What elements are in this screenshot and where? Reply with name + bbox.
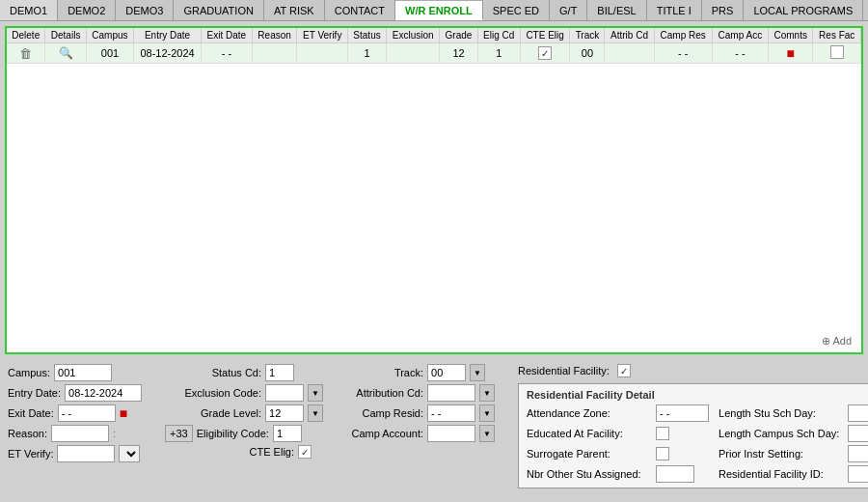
nav-tab-spec-ed[interactable]: SPEC ED: [483, 0, 550, 20]
reason-icon: :: [113, 429, 116, 439]
details-icon[interactable]: 🔍: [59, 46, 73, 60]
camp-resid-label: Camp Resid:: [346, 407, 423, 419]
nav-tab-prs[interactable]: PRS: [702, 0, 745, 20]
camp-resid-input[interactable]: [427, 404, 475, 422]
status-cd-input[interactable]: [265, 364, 294, 381]
track-label: Track:: [346, 367, 423, 378]
table-area: DeleteDetailsCampusEntry DateExit DateRe…: [5, 26, 863, 354]
res-facility-box: Residential Facility Detail Attendance Z…: [518, 383, 868, 488]
surrogate-parent-row: Surrogate Parent:: [527, 445, 709, 462]
res-facility-id-row: Residential Facility ID: ▼: [719, 465, 868, 483]
col-header-3: Entry Date: [134, 28, 202, 43]
comments-icon[interactable]: ■: [786, 45, 794, 61]
camp-account-input[interactable]: [427, 425, 475, 442]
cte-elig-checkbox[interactable]: [298, 445, 312, 459]
nav-tab-w-r-enroll[interactable]: W/R ENROLL: [395, 0, 483, 20]
table-cell-8: [386, 43, 439, 64]
nav-tab-at-risk[interactable]: AT RISK: [264, 0, 325, 20]
eligibility-code-input[interactable]: [273, 425, 302, 442]
entry-date-input[interactable]: [65, 384, 142, 402]
nav-tab-title-i[interactable]: TITLE I: [647, 0, 702, 20]
table-cell-4: - -: [201, 43, 252, 64]
res-facility-checkbox[interactable]: [617, 364, 631, 377]
et-verify-input[interactable]: [57, 445, 115, 462]
grade-level-input[interactable]: [265, 404, 304, 422]
col-header-10: Elig Cd: [477, 28, 520, 43]
table-cell-0: 🗑: [7, 43, 45, 64]
table-cell-1: 🔍: [45, 43, 86, 64]
table-cell-6: [297, 43, 348, 64]
nav-tab-demo1[interactable]: DEMO1: [0, 0, 58, 20]
surrogate-parent-label: Surrogate Parent:: [527, 448, 652, 460]
res-facility-header: Residential Facility:: [518, 364, 868, 377]
attendance-zone-label: Attendance Zone:: [527, 407, 652, 419]
camp-resid-dropdown-btn[interactable]: ▼: [479, 404, 495, 422]
col-header-7: Status: [348, 28, 387, 43]
nav-tab-local-programs[interactable]: LOCAL PROGRAMS: [744, 0, 863, 20]
entry-date-label: Entry Date:: [8, 387, 61, 399]
length-campus-sch-day-input[interactable]: [848, 425, 868, 442]
res-facility-detail-title: Residential Facility Detail: [527, 389, 868, 401]
et-verify-select[interactable]: [119, 445, 140, 462]
data-table: DeleteDetailsCampusEntry DateExit DateRe…: [7, 28, 861, 64]
educated-at-facility-checkbox[interactable]: [656, 427, 669, 440]
camp-resid-row: Camp Resid: ▼: [346, 404, 495, 422]
length-stu-sch-day-label: Length Stu Sch Day:: [719, 407, 844, 419]
camp-account-row: Camp Account: ▼: [346, 425, 495, 442]
table-cell-15: - -: [712, 43, 768, 64]
nav-tab-contact[interactable]: CONTACT: [325, 0, 395, 20]
res-facility-id-label: Residential Facility ID:: [719, 468, 844, 480]
col-header-14: Camp Res: [654, 28, 712, 43]
res-fac-cell-checkbox[interactable]: [830, 45, 844, 59]
table-cell-12: 00: [570, 43, 605, 64]
length-stu-sch-day-input[interactable]: [848, 404, 868, 422]
exit-date-icon[interactable]: ■: [120, 405, 127, 421]
table-cell-11: [520, 43, 570, 64]
table-row: 🗑🔍00108-12-2024- -112100- -- -■: [7, 43, 861, 64]
attribution-cd-label: Attribution Cd:: [346, 387, 423, 399]
nav-tab-graduation[interactable]: GRADUATION: [174, 0, 264, 20]
track-dropdown-btn[interactable]: ▼: [470, 364, 485, 381]
table-cell-13: [605, 43, 654, 64]
grade-dropdown-btn[interactable]: ▼: [308, 404, 323, 422]
track-input[interactable]: [427, 364, 466, 381]
col-header-13: Attrib Cd: [605, 28, 654, 43]
col-header-8: Exclusion: [386, 28, 439, 43]
exclusion-code-input[interactable]: [265, 384, 304, 402]
educated-at-facility-label: Educated At Facility:: [527, 428, 652, 439]
nav-tab-bil-esl[interactable]: BIL/ESL: [587, 0, 646, 20]
nav-tab-pk-en[interactable]: PK EN: [863, 0, 868, 20]
add-link[interactable]: ⊕ Add: [822, 335, 852, 348]
attribution-cd-input[interactable]: [427, 384, 475, 402]
attendance-zone-input[interactable]: [656, 404, 709, 422]
nav-tab-demo2[interactable]: DEMO2: [58, 0, 116, 20]
exclusion-dropdown-btn[interactable]: ▼: [308, 384, 323, 402]
col-header-12: Track: [570, 28, 605, 43]
col-header-4: Exit Date: [201, 28, 252, 43]
eligibility-code-label: Eligibility Code:: [197, 428, 269, 439]
plus33-button[interactable]: +33: [165, 425, 193, 442]
length-campus-sch-day-row: Length Campus Sch Day:: [719, 425, 868, 442]
cte-elig-cell-checkbox[interactable]: [538, 46, 552, 60]
campus-row: Campus:: [8, 364, 142, 381]
res-facility-id-input[interactable]: [848, 465, 868, 483]
col-header-16: Comnts: [769, 28, 813, 43]
res-facility-label: Residential Facility:: [518, 365, 610, 376]
attribution-dropdown-btn[interactable]: ▼: [479, 384, 495, 402]
campus-input[interactable]: [54, 364, 112, 381]
reason-input[interactable]: [51, 425, 109, 442]
col-header-15: Camp Acc: [712, 28, 768, 43]
nav-tab-demo3[interactable]: DEMO3: [116, 0, 174, 20]
nbr-other-stu-input[interactable]: [656, 465, 694, 483]
prior-instr-setting-input[interactable]: [848, 445, 868, 462]
col-header-2: Campus: [86, 28, 133, 43]
camp-account-label: Camp Account:: [346, 428, 423, 439]
main-content: DeleteDetailsCampusEntry DateExit DateRe…: [0, 21, 868, 502]
surrogate-parent-checkbox[interactable]: [656, 447, 669, 460]
exit-date-input[interactable]: [58, 404, 116, 422]
length-campus-sch-day-label: Length Campus Sch Day:: [719, 428, 844, 439]
camp-account-dropdown-btn[interactable]: ▼: [479, 425, 495, 442]
prior-instr-setting-label: Prior Instr Setting:: [719, 448, 844, 460]
delete-icon[interactable]: 🗑: [19, 46, 32, 61]
nav-tab-g-t[interactable]: G/T: [550, 0, 587, 20]
